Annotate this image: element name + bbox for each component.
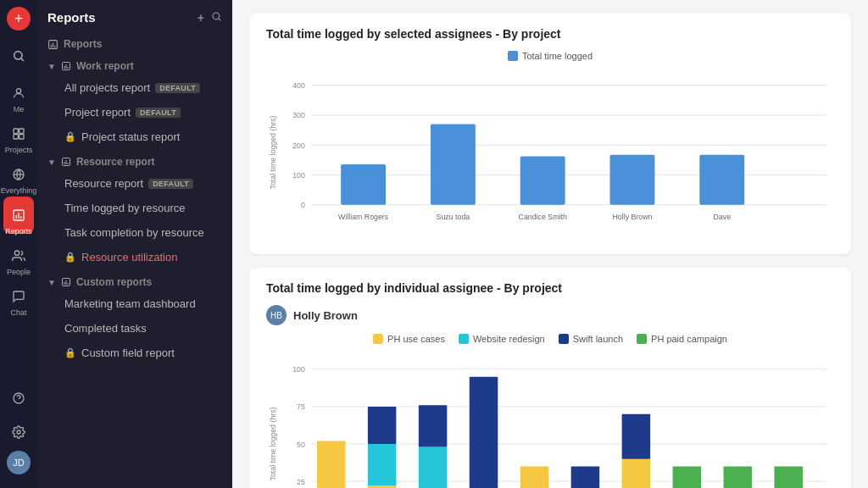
user-avatar[interactable]: JD [7, 451, 31, 474]
project-status-label: Project status report [81, 130, 180, 143]
work-report-title: Work report [76, 60, 134, 72]
bar-mar-paid [673, 466, 701, 488]
reports-label: Reports [5, 227, 32, 236]
resource-util-lock-icon: 🔒 [64, 252, 76, 263]
svg-text:75: 75 [297, 402, 305, 411]
project-status-lock-icon: 🔒 [64, 131, 76, 142]
marketing-label: Marketing team dashboard [64, 297, 196, 310]
add-button[interactable]: + [7, 7, 31, 30]
me-button[interactable]: Me [3, 75, 34, 112]
sidebar-item-resource-utilization[interactable]: 🔒 Resource utilization [41, 246, 229, 269]
work-report-group[interactable]: ▼ Work report [37, 53, 232, 75]
bar-apr-paid [724, 466, 753, 488]
svg-point-10 [14, 251, 19, 255]
bar-suzu [431, 125, 476, 205]
settings-button[interactable] [3, 417, 34, 447]
chart2-legend: PH use cases Website redesign Swift laun… [266, 334, 834, 344]
search-button[interactable] [3, 41, 34, 71]
ph-use-dot [373, 334, 383, 344]
assignee-avatar: HB [266, 305, 287, 325]
svg-rect-3 [14, 129, 18, 133]
sidebar-item-resource-report[interactable]: Resource report DEFAULT [41, 172, 229, 195]
all-projects-label: All projects report [64, 81, 150, 94]
custom-reports-title: Custom reports [76, 276, 152, 288]
chat-label: Chat [10, 308, 26, 317]
custom-field-lock-icon: 🔒 [64, 347, 76, 358]
bar-feb-swift [622, 414, 651, 459]
bar-may-paid [774, 466, 803, 488]
sidebar-item-project-status[interactable]: 🔒 Project status report [41, 125, 229, 148]
sidebar-item-marketing[interactable]: Marketing team dashboard [41, 292, 229, 315]
work-report-chevron: ▼ [47, 62, 56, 71]
svg-text:Total time logged (hrs): Total time logged (hrs) [269, 115, 277, 189]
chart1-legend-label: Total time logged [522, 51, 593, 61]
svg-text:Candice Smith: Candice Smith [519, 213, 567, 221]
svg-text:200: 200 [292, 141, 305, 150]
help-button[interactable] [3, 383, 34, 413]
svg-text:25: 25 [297, 478, 305, 486]
sidebar-item-task-completion[interactable]: Task completion by resource [41, 221, 229, 244]
svg-text:Dave: Dave [713, 213, 731, 221]
svg-text:100: 100 [292, 365, 305, 374]
svg-line-15 [219, 19, 220, 20]
svg-point-0 [14, 52, 22, 59]
chart1-card: Total time logged by selected assignees … [249, 14, 851, 254]
resource-report-chevron: ▼ [47, 158, 56, 167]
assignee-row: HB Holly Brown [266, 305, 834, 325]
website-dot [459, 334, 469, 344]
svg-point-2 [16, 89, 20, 93]
paid-dot [637, 334, 647, 344]
svg-text:0: 0 [301, 201, 305, 209]
sidebar-item-custom-field[interactable]: 🔒 Custom field report [41, 341, 229, 364]
chart2-legend-paid: PH paid campaign [637, 334, 727, 344]
chart1-title: Total time logged by selected assignees … [266, 27, 834, 41]
assignee-name: Holly Brown [293, 309, 358, 322]
chart2-card: Total time logged by individual assignee… [249, 268, 851, 488]
bar-feb-ph [622, 459, 651, 488]
chart2-legend-swift: Swift launch [559, 334, 623, 344]
sidebar-title: Reports [47, 10, 96, 25]
bar-sep-swift [368, 407, 396, 444]
project-report-badge: DEFAULT [136, 108, 181, 118]
custom-reports-chevron: ▼ [47, 278, 56, 287]
bar-dave [699, 155, 744, 205]
svg-text:100: 100 [292, 171, 305, 180]
bar-jan-swift [571, 466, 600, 488]
chart2-legend-ph: PH use cases [373, 334, 445, 344]
sidebar-item-time-logged[interactable]: Time logged by resource [41, 197, 229, 219]
chart1-legend-dot [508, 51, 518, 61]
svg-text:Holly Brown: Holly Brown [613, 213, 653, 221]
sidebar-item-project-report[interactable]: Project report DEFAULT [41, 101, 229, 124]
svg-text:400: 400 [292, 81, 305, 90]
reports-button[interactable]: Reports [3, 197, 34, 234]
bar-oct-swift [419, 405, 448, 446]
sidebar-header: Reports + [37, 0, 232, 31]
main-content: Total time logged by selected assignees … [232, 0, 868, 488]
everything-label: Everything [1, 186, 37, 195]
svg-rect-6 [19, 135, 24, 139]
chat-button[interactable]: Chat [3, 278, 34, 315]
bar-holly [610, 155, 655, 205]
resource-report-title: Resource report [76, 156, 155, 168]
time-logged-label: Time logged by resource [64, 202, 186, 214]
reports-subsection: Reports [37, 31, 232, 53]
sidebar-item-completed-tasks[interactable]: Completed tasks [41, 317, 229, 340]
people-button[interactable]: People [3, 237, 34, 274]
me-label: Me [14, 105, 25, 114]
project-report-label: Project report [64, 106, 131, 119]
everything-button[interactable]: Everything [3, 156, 34, 193]
svg-line-1 [21, 58, 24, 61]
projects-button[interactable]: Projects [3, 115, 34, 152]
search-report-icon[interactable] [211, 11, 222, 25]
swift-dot [559, 334, 569, 344]
resource-report-group[interactable]: ▼ Resource report [37, 149, 232, 171]
bar-sep-web [368, 444, 396, 485]
svg-text:Total time logged (hrs): Total time logged (hrs) [269, 407, 277, 480]
bar-william [341, 164, 386, 205]
sidebar-item-all-projects[interactable]: All projects report DEFAULT [41, 76, 229, 99]
custom-reports-group[interactable]: ▼ Custom reports [37, 269, 232, 291]
resource-report-label: Resource report [64, 177, 143, 190]
bar-aug-ph [317, 441, 346, 488]
swift-label: Swift launch [573, 334, 623, 344]
add-report-icon[interactable]: + [198, 11, 204, 25]
